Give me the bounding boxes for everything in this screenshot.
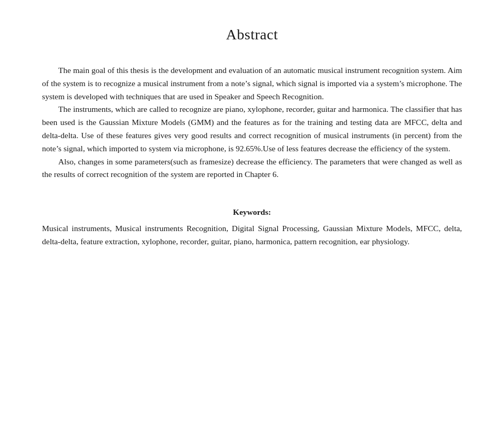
abstract-paragraph-2: The instruments, which are called to rec… xyxy=(42,103,462,155)
keywords-text: Musical instruments, Musical instruments… xyxy=(42,222,462,248)
page-title: Abstract xyxy=(42,26,462,43)
abstract-paragraph-1: The main goal of this thesis is the deve… xyxy=(42,64,462,103)
abstract-body: The main goal of this thesis is the deve… xyxy=(42,64,462,181)
keywords-section: Keywords: Musical instruments, Musical i… xyxy=(42,207,462,248)
keywords-label: Keywords: xyxy=(42,207,462,217)
abstract-paragraph-3: Also, changes in some parameters(such as… xyxy=(42,155,462,182)
page: Abstract The main goal of this thesis is… xyxy=(0,0,504,427)
